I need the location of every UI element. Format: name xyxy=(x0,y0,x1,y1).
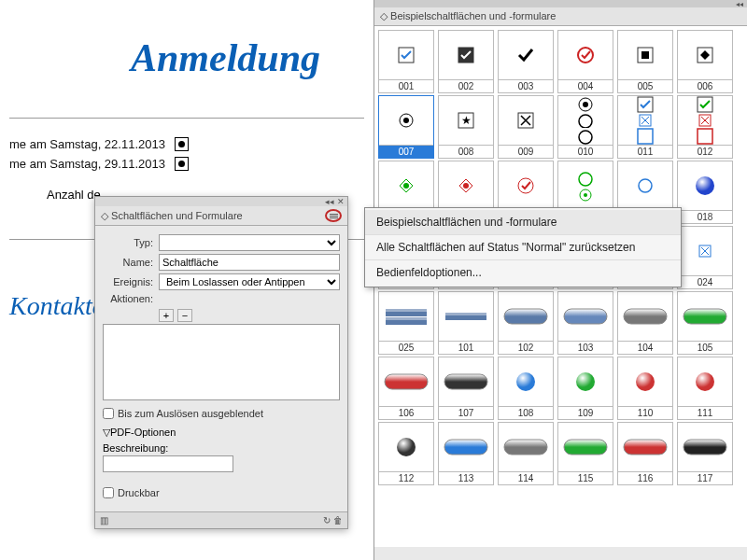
svg-point-2 xyxy=(578,48,593,63)
sample-item-110[interactable]: 110 xyxy=(617,357,673,420)
sample-label: 006 xyxy=(678,79,732,92)
sample-label: 111 xyxy=(678,406,732,419)
name-input[interactable] xyxy=(159,254,340,271)
sample-item-114[interactable]: 114 xyxy=(498,422,554,485)
sample-item-113[interactable]: 113 xyxy=(438,422,494,485)
sample-label: 024 xyxy=(678,275,732,288)
sample-item-024[interactable]: 024 xyxy=(677,226,733,289)
sample-thumb xyxy=(499,292,553,341)
typ-select[interactable] xyxy=(159,234,340,251)
svg-point-51 xyxy=(397,438,416,456)
svg-point-47 xyxy=(516,372,535,391)
sample-item-107[interactable]: 107 xyxy=(438,357,494,420)
sample-item-001[interactable]: 001 xyxy=(378,30,434,93)
close-icon[interactable]: ✕ xyxy=(337,197,345,206)
radio-1[interactable] xyxy=(175,137,189,151)
context-menu: Beispielschaltflächen und -formulare All… xyxy=(364,207,682,287)
panel-tab[interactable]: Schaltflächen und Formulare xyxy=(95,206,347,226)
svg-rect-42 xyxy=(564,309,607,324)
sample-item-103[interactable]: 103 xyxy=(557,291,613,355)
svg-point-26 xyxy=(584,193,587,197)
sample-label: 108 xyxy=(499,406,553,419)
sample-thumb xyxy=(678,357,732,406)
druckbar-checkbox[interactable]: Druckbar xyxy=(103,487,340,498)
buttons-forms-panel: ◂◂✕ Schaltflächen und Formulare Typ: Nam… xyxy=(94,196,348,529)
sample-item-009[interactable]: 009 xyxy=(498,95,554,159)
add-action-button[interactable]: + xyxy=(159,309,174,322)
sample-item-025[interactable]: 025 xyxy=(378,291,434,355)
sample-label: 105 xyxy=(678,341,732,354)
sample-thumb xyxy=(618,161,672,210)
svg-point-50 xyxy=(696,372,714,391)
collapse-icon[interactable]: ◂◂ xyxy=(736,0,743,7)
sample-item-106[interactable]: 106 xyxy=(378,357,434,420)
sample-item-111[interactable]: 111 xyxy=(677,357,733,420)
sample-thumb xyxy=(439,161,493,210)
menu-item-reset[interactable]: Alle Schaltflächen auf Status "Normal" z… xyxy=(365,235,681,260)
sample-item-104[interactable]: 104 xyxy=(617,291,673,355)
sample-label: 104 xyxy=(618,341,672,354)
sample-label: 008 xyxy=(439,145,493,158)
sample-thumb xyxy=(499,161,553,210)
svg-point-24 xyxy=(579,173,592,186)
collapse-icon[interactable]: ◂◂ xyxy=(325,197,334,206)
sample-thumb xyxy=(439,292,493,341)
sample-thumb xyxy=(499,357,553,406)
radio-2[interactable] xyxy=(175,157,189,171)
sample-item-112[interactable]: 112 xyxy=(378,422,434,485)
svg-rect-55 xyxy=(624,440,667,455)
right-tab-label[interactable]: Beispielschaltflächen und -formulare xyxy=(374,7,747,26)
sample-label: 112 xyxy=(379,471,433,484)
sample-thumb xyxy=(678,31,732,79)
remove-action-button[interactable]: − xyxy=(177,309,192,322)
svg-rect-43 xyxy=(624,309,667,324)
menu-item-samples[interactable]: Beispielschaltflächen und -formulare xyxy=(365,210,681,235)
sample-item-102[interactable]: 102 xyxy=(498,291,554,355)
preview-icon[interactable]: ▥ xyxy=(100,515,108,525)
convert-icon[interactable]: ↻ xyxy=(323,515,331,525)
sample-label: 103 xyxy=(558,341,613,354)
sample-label: 114 xyxy=(499,471,553,484)
ereignis-label: Ereignis: xyxy=(103,276,153,287)
actions-list[interactable] xyxy=(103,324,340,400)
sample-item-101[interactable]: 101 xyxy=(438,291,494,355)
sample-label: 009 xyxy=(499,145,553,158)
sample-label: 003 xyxy=(499,79,553,92)
sample-item-108[interactable]: 108 xyxy=(498,357,554,420)
sample-label: 011 xyxy=(618,145,672,158)
svg-rect-4 xyxy=(641,51,649,59)
hide-checkbox[interactable]: Bis zum Auslösen ausgeblendet xyxy=(103,408,340,419)
pdf-options-toggle[interactable]: PDF-Optionen xyxy=(103,427,340,439)
sample-item-002[interactable]: 002 xyxy=(438,30,494,93)
svg-rect-52 xyxy=(444,440,487,455)
sample-item-116[interactable]: 116 xyxy=(617,422,673,485)
sample-thumb xyxy=(558,292,613,341)
sample-item-010[interactable]: 010 xyxy=(557,95,613,159)
sample-item-105[interactable]: 105 xyxy=(677,291,733,355)
menu-item-options[interactable]: Bedienfeldoptionen... xyxy=(365,260,681,285)
svg-rect-53 xyxy=(504,440,547,455)
sample-item-109[interactable]: 109 xyxy=(557,357,613,420)
label-date-2: me am Samstag, 29.11.2013 xyxy=(9,157,165,171)
sample-item-007[interactable]: 007 xyxy=(378,95,434,159)
sample-item-018[interactable]: 018 xyxy=(677,161,733,224)
ereignis-select[interactable]: Beim Loslassen oder Antippen xyxy=(159,273,340,290)
sample-item-003[interactable]: 003 xyxy=(498,30,554,93)
sample-label: 113 xyxy=(439,471,493,484)
sample-item-005[interactable]: 005 xyxy=(617,30,673,93)
sample-item-012[interactable]: 012 xyxy=(677,95,733,159)
beschreibung-input[interactable] xyxy=(103,455,233,472)
page-title: Anmeldung xyxy=(131,35,364,80)
sample-item-115[interactable]: 115 xyxy=(557,422,613,485)
sample-item-117[interactable]: 117 xyxy=(677,422,733,485)
sample-item-006[interactable]: 006 xyxy=(677,30,733,93)
panel-menu-icon[interactable] xyxy=(325,209,342,222)
sample-thumb xyxy=(558,423,613,471)
svg-point-48 xyxy=(576,372,595,391)
svg-point-13 xyxy=(579,115,592,128)
typ-label: Typ: xyxy=(103,237,153,248)
trash-icon[interactable]: 🗑 xyxy=(333,515,343,525)
sample-item-004[interactable]: 004 xyxy=(557,30,613,93)
sample-item-011[interactable]: 011 xyxy=(617,95,673,159)
sample-item-008[interactable]: ★008 xyxy=(438,95,494,159)
